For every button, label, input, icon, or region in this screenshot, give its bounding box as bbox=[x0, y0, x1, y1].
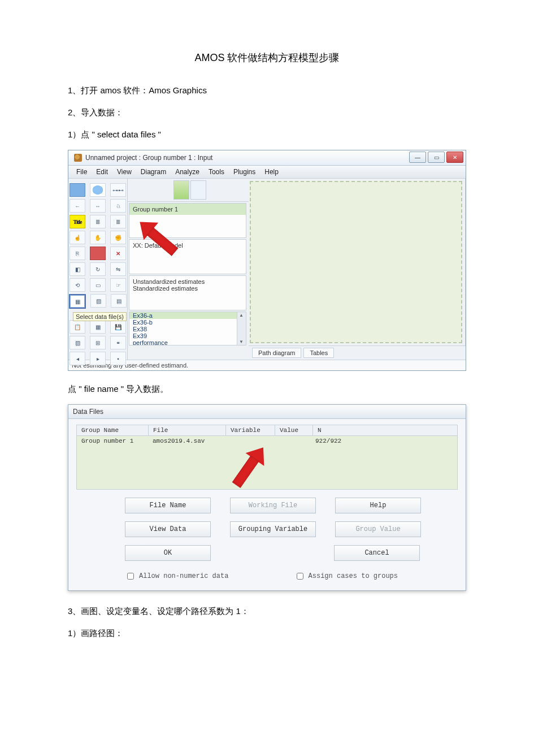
ribbon-run-icon[interactable] bbox=[173, 180, 189, 200]
app-icon bbox=[74, 154, 82, 162]
help-button[interactable]: Help bbox=[335, 498, 421, 513]
menu-analyze[interactable]: Analyze bbox=[175, 168, 199, 176]
ok-button[interactable]: OK bbox=[125, 545, 211, 561]
tool-list-vars-icon[interactable]: ≣ bbox=[90, 215, 106, 228]
step-2: 2、导入数据： bbox=[68, 105, 466, 120]
tool-title[interactable]: Title bbox=[70, 215, 85, 228]
tool-calculate-icon[interactable]: ▤ bbox=[111, 294, 127, 308]
file-item[interactable]: Ex36-a bbox=[129, 312, 246, 319]
tool-covariance-arrow[interactable]: ↔ bbox=[90, 199, 106, 213]
allow-non-numeric-label: Allow non-numeric data bbox=[139, 572, 228, 580]
tool-latent-var[interactable] bbox=[90, 183, 106, 197]
tool-observed-var[interactable] bbox=[70, 183, 85, 197]
menu-edit[interactable]: Edit bbox=[96, 168, 108, 176]
estimate-item-unstd[interactable]: Unstandardized estimates bbox=[133, 278, 242, 285]
tool-preserve-sym-icon[interactable]: ⚭ bbox=[110, 336, 126, 349]
tool-save-icon[interactable]: 💾 bbox=[110, 320, 126, 334]
maximize-button[interactable]: ▭ bbox=[428, 152, 445, 163]
tab-path-diagram[interactable]: Path diagram bbox=[252, 348, 301, 358]
cell-n: 922/922 bbox=[311, 436, 457, 446]
tool-rotate-icon[interactable]: ↻ bbox=[90, 262, 106, 276]
estimates-list[interactable]: Unstandardized estimates Standardized es… bbox=[129, 275, 246, 310]
estimate-item-std[interactable]: Standardized estimates bbox=[133, 285, 242, 292]
amos-ribbon bbox=[128, 179, 249, 202]
tool-shape-icon[interactable]: ◧ bbox=[70, 262, 85, 276]
tool-move-param-icon[interactable]: ⟲ bbox=[70, 278, 85, 292]
data-row[interactable]: Group number 1 amos2019.4.sav 922/922 bbox=[77, 436, 457, 446]
tool-deselect-icon[interactable]: ✊ bbox=[110, 231, 126, 244]
cell-file: amos2019.4.sav bbox=[148, 436, 225, 446]
file-item[interactable]: Ex39 bbox=[129, 332, 246, 339]
file-list[interactable]: Ex36-a Ex36-b Ex38 Ex39 performance bbox=[129, 312, 246, 345]
path-diagram-canvas[interactable] bbox=[250, 181, 462, 343]
tool-zoom2-icon[interactable]: ▸ bbox=[90, 352, 106, 365]
ribbon-up-icon[interactable] bbox=[190, 180, 206, 200]
tab-tables[interactable]: Tables bbox=[303, 348, 334, 358]
tool-erase-icon[interactable]: ✕ bbox=[110, 247, 126, 260]
col-group-name[interactable]: Group Name bbox=[77, 425, 149, 435]
data-files-dialog: Data Files Group Name File Variable Valu… bbox=[68, 404, 466, 591]
amos-status-bar: Not estimating any user-defined estimand… bbox=[68, 360, 466, 370]
tool-indicator-icon[interactable]: ⊶⊷ bbox=[110, 183, 126, 197]
file-list-scrollbar[interactable] bbox=[237, 312, 246, 345]
amos-toolbox: ⊶⊷ ← ↔ ♘ Title ≣ ≣ ☝ ✋ ✊ ⎘ bbox=[68, 179, 128, 360]
cancel-button[interactable]: Cancel bbox=[334, 545, 420, 561]
assign-cases-label: Assign cases to groups bbox=[309, 572, 398, 580]
tool-select-icon[interactable]: ☝ bbox=[70, 231, 85, 244]
menu-view[interactable]: View bbox=[117, 168, 132, 176]
col-value[interactable]: Value bbox=[275, 425, 313, 435]
menu-help[interactable]: Help bbox=[264, 168, 279, 176]
menu-plugins[interactable]: Plugins bbox=[233, 168, 255, 176]
tool-list-dataset-icon[interactable]: ≣ bbox=[110, 215, 126, 228]
tool-path-arrow[interactable]: ← bbox=[70, 199, 85, 213]
grouping-variable-button[interactable]: Grouping Variable bbox=[230, 521, 316, 537]
tool-zoom-icon[interactable]: ◂ bbox=[70, 352, 85, 365]
menu-diagram[interactable]: Diagram bbox=[141, 168, 166, 176]
amos-menubar: File Edit View Diagram Analyze Tools Plu… bbox=[68, 166, 466, 179]
col-variable[interactable]: Variable bbox=[226, 425, 275, 435]
step-2-sub1: 1）点 " select data files " bbox=[68, 127, 466, 142]
tool-zoom3-icon[interactable]: ▪ bbox=[110, 352, 126, 365]
file-item[interactable]: Ex38 bbox=[129, 326, 246, 332]
tool-reflect-icon[interactable]: ⇋ bbox=[110, 262, 126, 276]
page-title: AMOS 软件做结构方程模型步骤 bbox=[68, 51, 466, 64]
group-value-button[interactable]: Group Value bbox=[335, 521, 421, 537]
assign-cases-input[interactable] bbox=[297, 573, 303, 580]
tool-object-props-icon[interactable]: ▧ bbox=[70, 336, 85, 349]
step-3-sub1: 1）画路径图： bbox=[68, 625, 466, 641]
tool-drag-props-icon[interactable]: ⊞ bbox=[90, 336, 106, 349]
col-file[interactable]: File bbox=[149, 425, 226, 435]
tool-copy-icon[interactable]: ⎘ bbox=[70, 247, 85, 260]
amos-window: Unnamed project : Group number 1 : Input… bbox=[68, 150, 466, 371]
amos-titlebar: Unnamed project : Group number 1 : Input… bbox=[68, 150, 466, 166]
amos-window-title: Unnamed project : Group number 1 : Input bbox=[85, 154, 212, 162]
file-item[interactable]: performance bbox=[129, 339, 246, 345]
cell-value bbox=[273, 436, 311, 446]
tool-analysis-props-icon[interactable]: ▧ bbox=[90, 294, 106, 308]
note-file-name: 点 " file name " 导入数据。 bbox=[68, 381, 466, 396]
tool-select-data-files[interactable]: ▦ bbox=[69, 294, 86, 309]
tool-touch-icon[interactable]: ☞ bbox=[110, 278, 126, 292]
minimize-button[interactable]: — bbox=[409, 152, 426, 163]
step-1: 1、打开 amos 软件：Amos Graphics bbox=[68, 83, 466, 98]
tool-text-output-icon[interactable]: ▦ bbox=[90, 320, 106, 334]
spacer bbox=[230, 545, 315, 561]
tool-scroll-icon[interactable]: ▭ bbox=[90, 278, 106, 292]
allow-non-numeric-input[interactable] bbox=[127, 573, 134, 580]
step-3: 3、画图、设定变量名、设定哪个路径系数为 1： bbox=[68, 603, 466, 619]
allow-non-numeric-checkbox[interactable]: Allow non-numeric data bbox=[125, 571, 228, 581]
view-data-button[interactable]: View Data bbox=[125, 521, 211, 537]
tool-clipboard-icon[interactable]: 📋 bbox=[70, 320, 85, 334]
tooltip-select-data-files: Select data file(s) bbox=[73, 312, 127, 321]
tool-move-icon[interactable] bbox=[90, 247, 106, 260]
menu-file[interactable]: File bbox=[76, 168, 87, 176]
tool-select-all-icon[interactable]: ✋ bbox=[90, 231, 106, 244]
file-name-button[interactable]: File Name bbox=[125, 498, 211, 513]
col-n[interactable]: N bbox=[313, 425, 457, 435]
file-item[interactable]: Ex36-b bbox=[129, 319, 246, 326]
assign-cases-checkbox[interactable]: Assign cases to groups bbox=[294, 571, 398, 581]
menu-tools[interactable]: Tools bbox=[209, 168, 224, 176]
dialog-title: Data Files bbox=[68, 405, 466, 419]
close-button[interactable]: ✕ bbox=[446, 152, 463, 163]
tool-error-icon[interactable]: ♘ bbox=[110, 199, 126, 213]
